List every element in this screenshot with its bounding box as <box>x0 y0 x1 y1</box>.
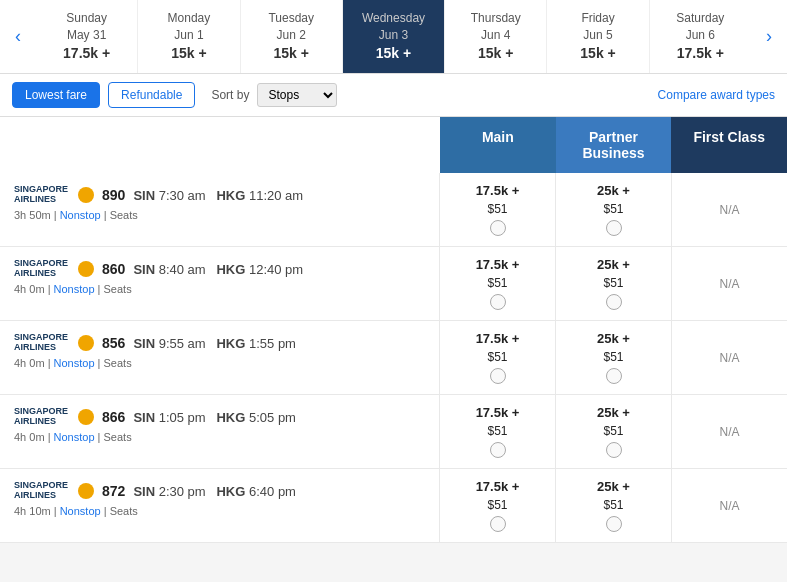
nonstop-link[interactable]: Nonstop <box>60 209 101 221</box>
date-cell-0[interactable]: Sunday May 31 17.5k + <box>36 0 138 73</box>
first-class-na: N/A <box>719 203 739 217</box>
date-str: Jun 3 <box>347 27 440 44</box>
next-date-arrow[interactable]: › <box>751 16 787 57</box>
first-class-na: N/A <box>719 277 739 291</box>
date-price: 15k + <box>245 44 338 64</box>
main-price-cell[interactable]: 17.5k + $51 <box>440 247 556 320</box>
partner-price-cell[interactable]: 25k + $51 <box>556 173 672 246</box>
lowest-fare-button[interactable]: Lowest fare <box>12 82 100 108</box>
sort-select[interactable]: Stops Price Duration <box>257 83 337 107</box>
partner-price-dollar: $51 <box>603 424 623 438</box>
flight-route: SIN 8:40 am HKG 12:40 pm <box>133 262 425 277</box>
date-cell-2[interactable]: Tuesday Jun 2 15k + <box>241 0 343 73</box>
first-class-na: N/A <box>719 425 739 439</box>
flight-top: SINGAPOREAIRLINES 890 SIN 7:30 am HKG 11… <box>14 185 425 205</box>
partner-price-amount: 25k + <box>597 257 630 272</box>
main-price-radio[interactable] <box>490 368 506 384</box>
day-name: Saturday <box>654 10 747 27</box>
partner-price-radio[interactable] <box>606 442 622 458</box>
partner-price-radio[interactable] <box>606 368 622 384</box>
main-price-cell[interactable]: 17.5k + $51 <box>440 395 556 468</box>
airline-logo: SINGAPOREAIRLINES <box>14 407 68 427</box>
flight-row: SINGAPOREAIRLINES 856 SIN 9:55 am HKG 1:… <box>0 321 787 395</box>
compare-link[interactable]: Compare award types <box>658 88 775 102</box>
first-class-price-cell: N/A <box>672 247 787 320</box>
partner-price-dollar: $51 <box>603 498 623 512</box>
first-class-price-cell: N/A <box>672 395 787 468</box>
partner-price-radio[interactable] <box>606 294 622 310</box>
prev-date-arrow[interactable]: ‹ <box>0 16 36 57</box>
main-price-cell[interactable]: 17.5k + $51 <box>440 469 556 542</box>
date-price: 17.5k + <box>40 44 133 64</box>
date-str: May 31 <box>40 27 133 44</box>
airline-logo: SINGAPOREAIRLINES <box>14 481 68 501</box>
airline-name: SINGAPOREAIRLINES <box>14 333 68 353</box>
partner-price-cell[interactable]: 25k + $51 <box>556 395 672 468</box>
flight-col-spacer <box>0 117 440 173</box>
date-cell-1[interactable]: Monday Jun 1 15k + <box>138 0 240 73</box>
nonstop-link[interactable]: Nonstop <box>54 283 95 295</box>
day-name: Thursday <box>449 10 542 27</box>
main-price-dollar: $51 <box>487 498 507 512</box>
first-class-price-cell: N/A <box>672 469 787 542</box>
day-name: Monday <box>142 10 235 27</box>
flight-number: 860 <box>102 261 125 277</box>
main-price-radio[interactable] <box>490 516 506 532</box>
nonstop-link[interactable]: Nonstop <box>60 505 101 517</box>
airline-icon <box>78 409 94 425</box>
day-name: Wednesday <box>347 10 440 27</box>
flight-list: SINGAPOREAIRLINES 890 SIN 7:30 am HKG 11… <box>0 173 787 543</box>
date-cell-4[interactable]: Thursday Jun 4 15k + <box>445 0 547 73</box>
partner-price-radio[interactable] <box>606 516 622 532</box>
flight-bottom: 4h 0m | Nonstop | Seats <box>14 283 425 295</box>
main-price-radio[interactable] <box>490 442 506 458</box>
airline-icon <box>78 483 94 499</box>
flight-number: 890 <box>102 187 125 203</box>
flight-route: SIN 9:55 am HKG 1:55 pm <box>133 336 425 351</box>
main-price-cell[interactable]: 17.5k + $51 <box>440 173 556 246</box>
partner-price-amount: 25k + <box>597 183 630 198</box>
flight-route: SIN 2:30 pm HKG 6:40 pm <box>133 484 425 499</box>
date-str: Jun 4 <box>449 27 542 44</box>
day-name: Tuesday <box>245 10 338 27</box>
nonstop-link[interactable]: Nonstop <box>54 431 95 443</box>
partner-price-cell[interactable]: 25k + $51 <box>556 321 672 394</box>
flight-top: SINGAPOREAIRLINES 860 SIN 8:40 am HKG 12… <box>14 259 425 279</box>
date-cell-3[interactable]: Wednesday Jun 3 15k + <box>343 0 445 73</box>
first-class-na: N/A <box>719 499 739 513</box>
first-class-column-header[interactable]: First Class <box>671 117 787 173</box>
nonstop-link[interactable]: Nonstop <box>54 357 95 369</box>
airline-name: SINGAPOREAIRLINES <box>14 481 68 501</box>
date-cell-5[interactable]: Friday Jun 5 15k + <box>547 0 649 73</box>
main-price-dollar: $51 <box>487 424 507 438</box>
flight-info-4: SINGAPOREAIRLINES 872 SIN 2:30 pm HKG 6:… <box>0 469 440 542</box>
main-price-radio[interactable] <box>490 294 506 310</box>
partner-price-dollar: $51 <box>603 202 623 216</box>
main-price-dollar: $51 <box>487 350 507 364</box>
date-str: Jun 6 <box>654 27 747 44</box>
flight-bottom: 3h 50m | Nonstop | Seats <box>14 209 425 221</box>
main-column-header[interactable]: Main <box>440 117 556 173</box>
date-navigation: ‹ Sunday May 31 17.5k + Monday Jun 1 15k… <box>0 0 787 74</box>
date-cell-6[interactable]: Saturday Jun 6 17.5k + <box>650 0 751 73</box>
partner-price-cell[interactable]: 25k + $51 <box>556 247 672 320</box>
partner-price-amount: 25k + <box>597 405 630 420</box>
main-price-cell[interactable]: 17.5k + $51 <box>440 321 556 394</box>
partner-business-column-header[interactable]: Partner Business <box>556 117 672 173</box>
airline-logo: SINGAPOREAIRLINES <box>14 185 68 205</box>
main-price-dollar: $51 <box>487 202 507 216</box>
main-price-amount: 17.5k + <box>476 405 520 420</box>
day-name: Sunday <box>40 10 133 27</box>
flight-row: SINGAPOREAIRLINES 872 SIN 2:30 pm HKG 6:… <box>0 469 787 543</box>
date-price: 15k + <box>551 44 644 64</box>
flight-info-1: SINGAPOREAIRLINES 860 SIN 8:40 am HKG 12… <box>0 247 440 320</box>
partner-price-radio[interactable] <box>606 220 622 236</box>
main-price-radio[interactable] <box>490 220 506 236</box>
partner-price-amount: 25k + <box>597 331 630 346</box>
airline-icon <box>78 261 94 277</box>
flight-info-3: SINGAPOREAIRLINES 866 SIN 1:05 pm HKG 5:… <box>0 395 440 468</box>
refundable-button[interactable]: Refundable <box>108 82 195 108</box>
partner-price-cell[interactable]: 25k + $51 <box>556 469 672 542</box>
flight-route: SIN 1:05 pm HKG 5:05 pm <box>133 410 425 425</box>
airline-name: SINGAPOREAIRLINES <box>14 407 68 427</box>
